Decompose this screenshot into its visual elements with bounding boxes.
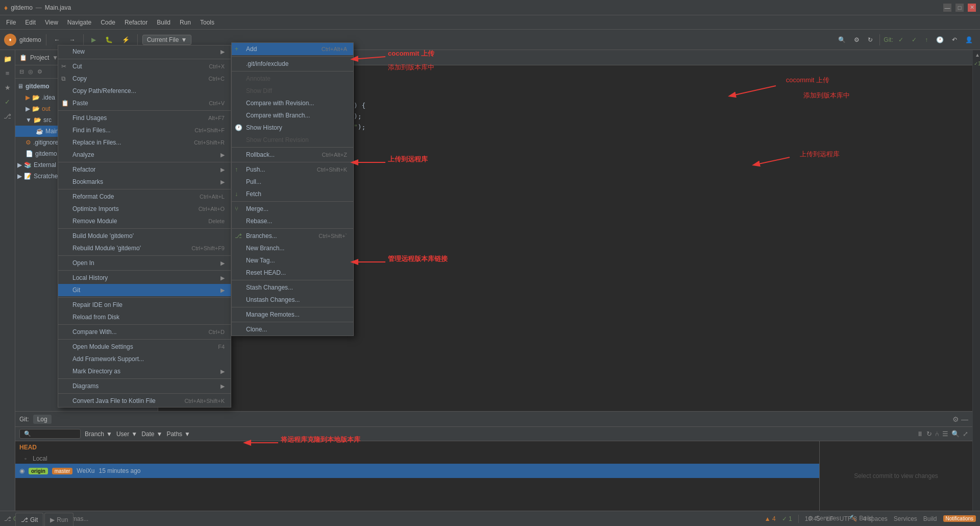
git-show-revision[interactable]: Show Current Revision [232, 134, 353, 146]
git-reset-head[interactable]: Reset HEAD... [232, 267, 353, 279]
git-annotate[interactable]: Annotate [232, 73, 353, 85]
git-bottom-tab[interactable]: ⎇ Git [15, 513, 43, 526]
close-button[interactable]: ✕ [968, 4, 976, 12]
toolbar-run[interactable]: ▶ [88, 35, 99, 45]
ctx-find-usages[interactable]: Find Usages Alt+F7 [58, 112, 231, 124]
structure-icon[interactable]: ≡ [1, 66, 14, 80]
git-new-branch[interactable]: New Branch... [232, 242, 353, 254]
git-push[interactable]: ↑ [922, 35, 931, 45]
git-rebase[interactable]: Rebase... [232, 215, 353, 227]
ctx-copy-path[interactable]: Copy Path/Reference... [58, 85, 231, 97]
build-tab[interactable]: 🔨 Build [844, 512, 878, 525]
git-action-graph[interactable]: ⑃ [935, 430, 939, 438]
git-rollback[interactable]: Rollback... Ctrl+Alt+Z [232, 149, 353, 161]
ctx-module-settings[interactable]: Open Module Settings F4 [58, 341, 231, 353]
git-fetch[interactable]: ↓ Fetch [232, 188, 353, 200]
menu-code[interactable]: Code [96, 17, 119, 28]
git-show-history[interactable]: 🕐 Show History [232, 122, 353, 134]
git-merge[interactable]: ⑂ Merge... [232, 203, 353, 215]
ctx-refactor[interactable]: Refactor ▶ [58, 163, 231, 176]
ctx-local-history[interactable]: Local History ▶ [58, 272, 231, 284]
toolbar-update[interactable]: ↻ [865, 35, 876, 45]
ctx-repair-ide[interactable]: Repair IDE on File [58, 299, 231, 311]
ctx-reformat[interactable]: Reformat Code Ctrl+Alt+L [58, 190, 231, 203]
git-commit-selected[interactable]: ◉ origin master WeiXu 15 minutes ago [15, 464, 819, 478]
git-stash[interactable]: Stash Changes... [232, 281, 353, 294]
git-add[interactable]: + Add Ctrl+Alt+A [232, 43, 353, 55]
status-errors[interactable]: ✓ 1 [782, 515, 792, 522]
paths-filter[interactable]: Paths▼ [166, 431, 190, 438]
git-action-details[interactable]: ☰ [942, 430, 948, 438]
branch-filter[interactable]: Branch▼ [85, 431, 112, 438]
git-exclude[interactable]: .git/info/exclude [232, 58, 353, 70]
git-push[interactable]: ↑ Push... Ctrl+Shift+K [232, 163, 353, 176]
ctx-mark-dir[interactable]: Mark Directory as ▶ [58, 365, 231, 377]
main-context-menu[interactable]: New ▶ ✂ Cut Ctrl+X ⧉ Copy Ctrl+C Copy Pa… [58, 45, 231, 408]
ctx-find-files[interactable]: Find in Files... Ctrl+Shift+F [58, 124, 231, 136]
ctx-analyze[interactable]: Analyze ▶ [58, 149, 231, 161]
menu-edit[interactable]: Edit [21, 17, 40, 28]
minimize-icon[interactable]: — [961, 415, 968, 423]
status-services[interactable]: Services [894, 515, 917, 522]
git-submenu[interactable]: + Add Ctrl+Alt+A .git/info/exclude Annot… [231, 42, 354, 336]
git-new-tag[interactable]: New Tag... [232, 254, 353, 267]
ctx-remove-module[interactable]: Remove Module Delete [58, 215, 231, 227]
ctx-reload-disk[interactable]: Reload from Disk [58, 311, 231, 323]
git-icon-strip[interactable]: ⎇ [1, 109, 14, 123]
user-filter[interactable]: User▼ [116, 431, 137, 438]
ctx-open-in[interactable]: Open In ▶ [58, 257, 231, 269]
date-filter[interactable]: Date▼ [141, 431, 162, 438]
locate-btn[interactable]: ◎ [27, 67, 34, 76]
toolbar-settings[interactable]: ⚙ [851, 35, 863, 45]
git-compare-revision[interactable]: Compare with Revision... [232, 97, 353, 109]
menu-refactor[interactable]: Refactor [120, 17, 152, 28]
git-show-diff[interactable]: Show Diff [232, 85, 353, 97]
file-selector[interactable]: Current File ▼ [142, 35, 192, 45]
git-pull[interactable]: Pull... [232, 176, 353, 188]
search-input[interactable]: 🔍 [19, 429, 81, 439]
run-bottom-tab[interactable]: ▶ Run [44, 513, 74, 526]
menu-build[interactable]: Build [153, 17, 175, 28]
ctx-copy[interactable]: ⧉ Copy Ctrl+C [58, 73, 231, 85]
toolbar-debug[interactable]: 🐛 [102, 35, 116, 45]
status-build[interactable]: Build [923, 515, 937, 522]
ctx-new[interactable]: New ▶ [58, 45, 231, 58]
ctx-cut[interactable]: ✂ Cut Ctrl+X [58, 60, 231, 73]
status-warnings[interactable]: ▲ 4 [765, 515, 776, 522]
git-action-expand[interactable]: ⤢ [963, 430, 968, 438]
ctx-build-module[interactable]: Build Module 'gitdemo' [58, 230, 231, 242]
git-check2[interactable]: ✓ [909, 35, 920, 45]
ctx-diagrams[interactable]: Diagrams ▶ [58, 380, 231, 392]
git-action-search[interactable]: 🔍 [951, 430, 960, 438]
ctx-git[interactable]: Git ▶ [58, 284, 231, 296]
ctx-optimize[interactable]: Optimize Imports Ctrl+Alt+O [58, 203, 231, 215]
menu-tools[interactable]: Tools [196, 17, 218, 28]
panel-settings-btn[interactable]: ⚙ [36, 67, 43, 76]
toolbar-clock[interactable]: 🕐 [933, 35, 947, 45]
settings-icon[interactable]: ⚙ [952, 415, 959, 423]
toolbar-user[interactable]: 👤 [962, 35, 976, 45]
minimize-button[interactable]: — [943, 4, 951, 12]
ctx-framework-support[interactable]: Add Framework Support... [58, 353, 231, 365]
toolbar-profile[interactable]: ⚡ [119, 35, 133, 45]
toolbar-back[interactable]: ← [51, 35, 63, 45]
ctx-paste[interactable]: 📋 Paste Ctrl+V [58, 97, 231, 109]
toolbar-search[interactable]: 🔍 [835, 35, 849, 45]
project-icon[interactable]: 📁 [1, 52, 14, 65]
menu-navigate[interactable]: Navigate [63, 17, 95, 28]
git-compare-branch[interactable]: Compare with Branch... [232, 109, 353, 122]
git-action-refresh[interactable]: ↻ [926, 430, 932, 438]
ctx-replace-files[interactable]: Replace in Files... Ctrl+Shift+R [58, 136, 231, 149]
git-log-tab[interactable]: Log [33, 415, 52, 424]
git-clone[interactable]: Clone... [232, 323, 353, 336]
collapse-all-btn[interactable]: ⊟ [18, 67, 25, 76]
commit-icon[interactable]: ✓ [1, 95, 14, 108]
services-tab[interactable]: ⚙ Services [803, 512, 844, 525]
git-manage-remotes[interactable]: Manage Remotes... [232, 308, 353, 321]
git-branches[interactable]: ⎇ Branches... Ctrl+Shift+` [232, 230, 353, 242]
toolbar-forward[interactable]: → [66, 35, 79, 45]
menu-file[interactable]: File [2, 17, 20, 28]
menu-view[interactable]: View [41, 17, 62, 28]
maximize-button[interactable]: □ [955, 4, 964, 12]
ctx-rebuild-module[interactable]: Rebuild Module 'gitdemo' Ctrl+Shift+F9 [58, 242, 231, 254]
